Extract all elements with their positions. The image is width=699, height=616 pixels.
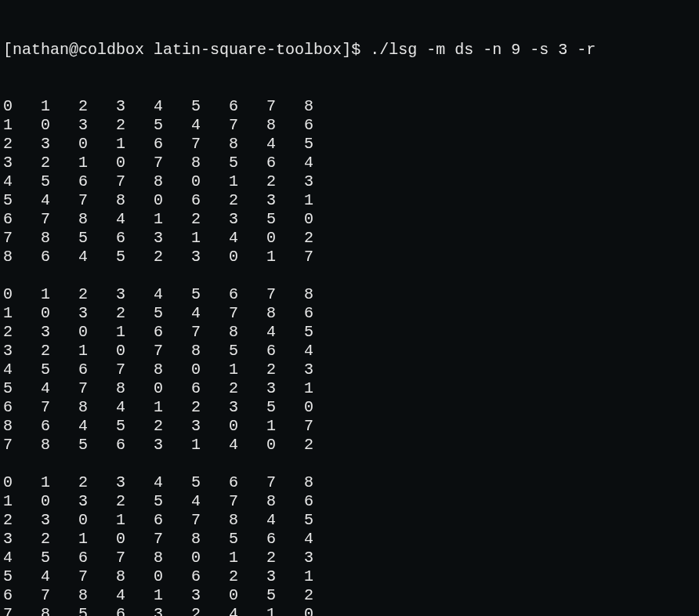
square-row: 2 3 0 1 6 7 8 4 5	[3, 511, 696, 530]
square-row: 7 8 5 6 3 2 4 1 0	[3, 605, 696, 616]
square-row: 0 1 2 3 4 5 6 7 8	[3, 97, 696, 116]
command-text: ./lsg -m ds -n 9 -s 3 -r	[370, 41, 596, 59]
square-row: 8 6 4 5 2 3 0 1 7	[3, 417, 696, 436]
prompt-close: ]	[342, 41, 351, 59]
square-row: 4 5 6 7 8 0 1 2 3	[3, 549, 696, 567]
square-row: 0 1 2 3 4 5 6 7 8	[3, 285, 696, 304]
square-row: 6 7 8 4 1 3 0 5 2	[3, 586, 696, 605]
prompt-open: [	[3, 41, 13, 59]
prompt-space2	[360, 41, 370, 59]
square-row: 5 4 7 8 0 6 2 3 1	[3, 379, 696, 398]
prompt-host: coldbox	[78, 41, 144, 59]
square-row: 3 2 1 0 7 8 5 6 4	[3, 154, 696, 172]
prompt-space	[144, 41, 154, 59]
latin-square-2: 0 1 2 3 4 5 6 7 81 0 3 2 5 4 7 8 62 3 0 …	[3, 473, 696, 616]
square-row: 4 5 6 7 8 0 1 2 3	[3, 361, 696, 379]
prompt-line-1: [nathan@coldbox latin-square-toolbox]$ .…	[3, 41, 696, 60]
prompt-at: @	[69, 41, 78, 59]
square-row: 3 2 1 0 7 8 5 6 4	[3, 342, 696, 361]
square-row: 0 1 2 3 4 5 6 7 8	[3, 473, 696, 492]
square-row: 8 6 4 5 2 3 0 1 7	[3, 248, 696, 266]
square-row: 3 2 1 0 7 8 5 6 4	[3, 530, 696, 549]
square-row: 7 8 5 6 3 1 4 0 2	[3, 436, 696, 455]
square-row: 4 5 6 7 8 0 1 2 3	[3, 172, 696, 191]
square-row: 5 4 7 8 0 6 2 3 1	[3, 191, 696, 210]
square-row: 5 4 7 8 0 6 2 3 1	[3, 567, 696, 586]
latin-square-1: 0 1 2 3 4 5 6 7 81 0 3 2 5 4 7 8 62 3 0 …	[3, 285, 696, 455]
square-row: 6 7 8 4 1 2 3 5 0	[3, 398, 696, 417]
terminal[interactable]: [nathan@coldbox latin-square-toolbox]$ .…	[3, 3, 696, 616]
square-row: 2 3 0 1 6 7 8 4 5	[3, 323, 696, 342]
square-row: 1 0 3 2 5 4 7 8 6	[3, 304, 696, 323]
prompt-symbol: $	[351, 41, 360, 59]
square-row: 6 7 8 4 1 2 3 5 0	[3, 210, 696, 229]
square-row: 7 8 5 6 3 1 4 0 2	[3, 229, 696, 248]
prompt-user: nathan	[13, 41, 69, 59]
latin-square-0: 0 1 2 3 4 5 6 7 81 0 3 2 5 4 7 8 62 3 0 …	[3, 97, 696, 266]
square-row: 2 3 0 1 6 7 8 4 5	[3, 135, 696, 154]
output-squares: 0 1 2 3 4 5 6 7 81 0 3 2 5 4 7 8 62 3 0 …	[3, 97, 696, 616]
square-row: 1 0 3 2 5 4 7 8 6	[3, 492, 696, 511]
prompt-dir: latin-square-toolbox	[154, 41, 342, 59]
square-row: 1 0 3 2 5 4 7 8 6	[3, 116, 696, 135]
